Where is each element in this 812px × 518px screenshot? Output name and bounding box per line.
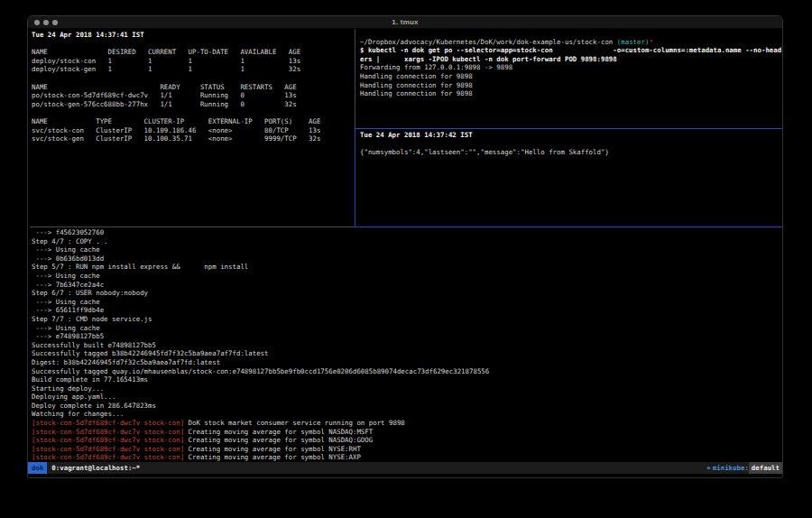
close-button[interactable] bbox=[34, 20, 40, 25]
terminal-line: NAME TYPE CLUSTER-IP EXTERNAL-IP PORT(S)… bbox=[32, 117, 353, 126]
terminal-text-segment: (master) bbox=[617, 38, 650, 46]
terminal-line: ---> 0b636bd013dd bbox=[32, 254, 780, 264]
terminal-line: ---> e74898127bb5 bbox=[32, 332, 780, 341]
terminal-line: ---> Using cache bbox=[32, 272, 780, 281]
terminal-text-segment: Creating moving average for symbol NYSE:… bbox=[184, 453, 361, 461]
terminal-text-segment: [stock-con-5d7df689cf-dwc7v stock-con] bbox=[32, 445, 184, 453]
terminal-line: Forwarding from 127.0.0.1:9898 -> 9898 bbox=[360, 63, 782, 72]
terminal-text-segment: [stock-con-5d7df689cf-dwc7v stock-con] bbox=[32, 436, 184, 444]
terminal-line: po/stock-con-5d7df689cf-dwc7v 1/1 Runnin… bbox=[32, 91, 353, 100]
terminal-text-segment: Creating moving average for symbol NASDA… bbox=[184, 428, 373, 436]
window-bottom-gap bbox=[28, 474, 782, 477]
screen: 1. tmux Tue 24 Apr 2018 14:37:41 ISTNAME… bbox=[0, 0, 812, 518]
terminal-text-segment: Tue 24 Apr 2018 14:37:41 IST bbox=[32, 31, 144, 39]
tmux-status-bar: dok 0:vagrant@localhost:~* ⎈ minikube : … bbox=[28, 462, 782, 474]
pane-divider-vertical-active[interactable] bbox=[355, 128, 355, 227]
terminal-line: Handling connection for 9898 bbox=[360, 81, 782, 90]
pane-skaffold-build[interactable]: ---> f45623052760Step 4/7 : COPY . . ---… bbox=[32, 228, 780, 462]
terminal-line: Tue 24 Apr 2018 14:37:41 IST bbox=[32, 31, 353, 40]
terminal-line: Handling connection for 9898 bbox=[360, 89, 782, 98]
terminal-line: Step 4/7 : COPY . . bbox=[32, 237, 780, 246]
window-title: 1. tmux bbox=[28, 18, 782, 26]
terminal-line: $ kubectl -n dok get po --selector=app=s… bbox=[360, 46, 782, 55]
terminal-line: [stock-con-5d7df689cf-dwc7v stock-con] C… bbox=[32, 436, 780, 445]
terminal-line: Build complete in 77.165413ms bbox=[32, 375, 780, 384]
terminal-text-segment: [stock-con-5d7df689cf-dwc7v stock-con] bbox=[32, 453, 184, 461]
terminal-line: Tue 24 Apr 2018 14:37:42 IST bbox=[360, 131, 782, 140]
pane-consumer-output[interactable]: Tue 24 Apr 2018 14:37:42 IST{"numsymbols… bbox=[360, 131, 782, 226]
terminal-line: Step 7/7 : CMD node service.js bbox=[32, 315, 780, 324]
terminal-window: 1. tmux Tue 24 Apr 2018 14:37:41 ISTNAME… bbox=[27, 15, 783, 478]
terminal-text-segment: ~/Dropbox/advocacy/Kubernetes/DoK/work/d… bbox=[360, 38, 617, 46]
pane-kubectl-resources[interactable]: Tue 24 Apr 2018 14:37:41 ISTNAME DESIRED… bbox=[32, 31, 353, 226]
terminal-line: Step 5/7 : RUN npm install express && np… bbox=[32, 263, 780, 272]
terminal-line: ---> Using cache bbox=[32, 324, 780, 333]
terminal-line: [stock-con-5d7df689cf-dwc7v stock-con] D… bbox=[32, 419, 780, 428]
terminal-text-segment: [stock-con-5d7df689cf-dwc7v stock-con] bbox=[32, 428, 184, 436]
kube-context: minikube bbox=[713, 462, 745, 474]
pane-divider-horizontal-right[interactable] bbox=[355, 128, 782, 129]
terminal-line: {"numsymbols":4,"lastseen":"","message":… bbox=[360, 148, 782, 157]
terminal-line: Deploying app.yaml... bbox=[32, 393, 780, 402]
terminal-line: Handling connection for 9898 bbox=[360, 72, 782, 81]
traffic-lights bbox=[34, 20, 58, 25]
terminal-text-segment: $ kubectl -n dok get po --selector=app=s… bbox=[360, 46, 781, 54]
terminal-line: NAME DESIRED CURRENT UP-TO-DATE AVAILABL… bbox=[32, 48, 353, 57]
pane-port-forward[interactable]: ~/Dropbox/advocacy/Kubernetes/DoK/work/d… bbox=[360, 29, 782, 127]
terminal-line bbox=[32, 74, 353, 83]
terminal-line: ---> f45623052760 bbox=[32, 228, 780, 237]
terminal-line: Starting deploy... bbox=[32, 384, 780, 393]
terminal-line bbox=[360, 29, 782, 38]
terminal-text-segment: ers | xargs -IPOD kubectl -n dok port-fo… bbox=[360, 55, 617, 63]
zoom-button[interactable] bbox=[52, 20, 58, 25]
terminal-text-segment: DoK stock market consumer service runnin… bbox=[184, 419, 405, 427]
window-titlebar: 1. tmux bbox=[28, 16, 782, 29]
terminal-line: [stock-con-5d7df689cf-dwc7v stock-con] C… bbox=[32, 445, 780, 454]
terminal-line: svc/stock-gen ClusterIP 10.100.35.71 <no… bbox=[32, 134, 353, 143]
pane-divider-horizontal-active[interactable] bbox=[355, 227, 782, 227]
terminal-line: [stock-con-5d7df689cf-dwc7v stock-con] C… bbox=[32, 428, 780, 437]
terminal-text-segment: Tue 24 Apr 2018 14:37:42 IST bbox=[360, 131, 473, 139]
pane-divider-horizontal-left[interactable] bbox=[30, 227, 355, 227]
session-name-badge[interactable]: dok bbox=[28, 462, 47, 474]
kube-status: ⎈ minikube : default bbox=[706, 462, 782, 474]
terminal-line: ers | xargs -IPOD kubectl -n dok port-fo… bbox=[360, 55, 782, 64]
window-name[interactable]: 0:vagrant@localhost:~* bbox=[47, 462, 140, 474]
terminal-line: ---> Using cache bbox=[32, 245, 780, 254]
pane-divider-vertical-top[interactable] bbox=[355, 29, 355, 128]
terminal-line: ---> 65611ff9db4e bbox=[32, 306, 780, 315]
terminal-line: svc/stock-con ClusterIP 10.109.186.46 <n… bbox=[32, 126, 353, 135]
kube-namespace: default bbox=[749, 462, 782, 474]
terminal-line: NAME READY STATUS RESTARTS AGE bbox=[32, 83, 353, 92]
terminal-text-segment: Creating moving average for symbol NYSE:… bbox=[184, 445, 361, 453]
terminal-line: Step 6/7 : USER nobody:nobody bbox=[32, 289, 780, 298]
terminal-text-segment: [stock-con-5d7df689cf-dwc7v stock-con] bbox=[32, 419, 184, 427]
terminal-line bbox=[32, 40, 353, 49]
terminal-line: Digest: b38b42246945fd7f32c5ba9aea7af7fd… bbox=[32, 358, 780, 367]
terminal-text-segment: * bbox=[649, 38, 652, 46]
terminal-line: Successfully tagged b38b42246945fd7f32c5… bbox=[32, 349, 780, 358]
terminal-line: Watching for changes... bbox=[32, 410, 780, 419]
minimize-button[interactable] bbox=[43, 20, 49, 25]
terminal-line: po/stock-gen-576cc688bb-277hx 1/1 Runnin… bbox=[32, 100, 353, 109]
terminal-line: Deploy complete in 286.647823ms bbox=[32, 402, 780, 411]
terminal-line: ---> Using cache bbox=[32, 298, 780, 307]
terminal-line bbox=[360, 140, 782, 149]
terminal-line: Successfully tagged quay.io/mhausenblas/… bbox=[32, 367, 780, 376]
terminal-line: [stock-con-5d7df689cf-dwc7v stock-con] C… bbox=[32, 453, 780, 462]
terminal-line: deploy/stock-con 1 1 1 1 13s bbox=[32, 57, 353, 66]
terminal-line: Successfully built e74898127bb5 bbox=[32, 341, 780, 350]
terminal-line: ---> 7b6347ce2a4c bbox=[32, 281, 780, 290]
terminal-line bbox=[32, 108, 353, 117]
terminal-text-segment: Creating moving average for symbol NASDA… bbox=[184, 436, 373, 444]
terminal-line: ~/Dropbox/advocacy/Kubernetes/DoK/work/d… bbox=[360, 38, 782, 47]
terminal-line: deploy/stock-gen 1 1 1 1 32s bbox=[32, 65, 353, 74]
tmux-session: Tue 24 Apr 2018 14:37:41 ISTNAME DESIRED… bbox=[28, 29, 782, 462]
